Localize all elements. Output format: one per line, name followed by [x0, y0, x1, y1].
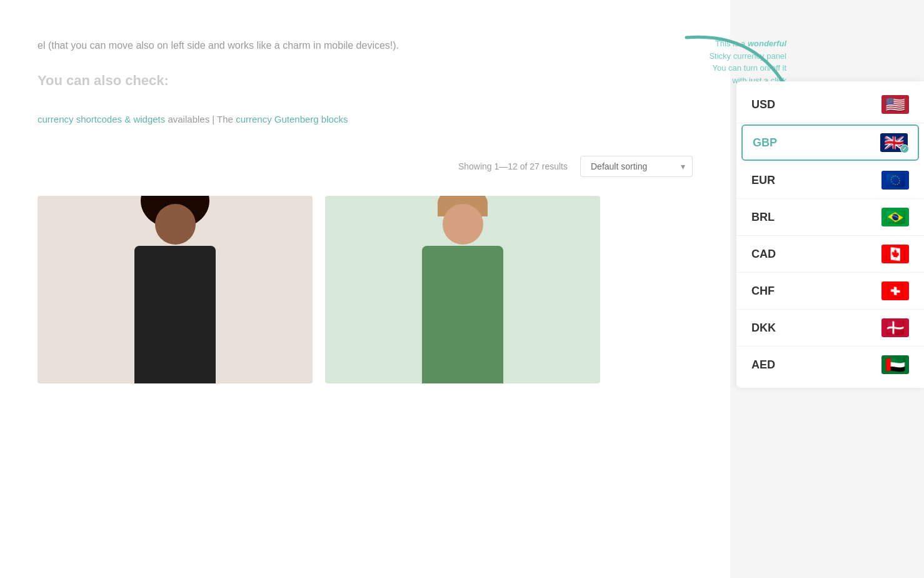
flag-wrapper-brl: [881, 208, 909, 226]
currency-item-aed[interactable]: AED: [736, 347, 924, 383]
flag-wrapper-eur: [881, 171, 909, 190]
currency-code-gbp: GBP: [753, 136, 790, 150]
flag-aed: [881, 355, 909, 374]
currency-item-gbp[interactable]: GBP ✓: [741, 124, 919, 161]
main-content: el (that you can move also on left side …: [0, 0, 730, 578]
sort-dropdown[interactable]: Default sorting: [580, 156, 693, 177]
gutenberg-link[interactable]: currency Gutenberg blocks: [236, 114, 348, 124]
currency-code-usd: USD: [751, 98, 789, 111]
currency-code-aed: AED: [751, 358, 789, 372]
body: [134, 246, 216, 383]
currency-item-usd[interactable]: USD: [736, 86, 924, 123]
flag-wrapper-aed: [881, 355, 909, 374]
results-bar: Showing 1—12 of 27 results Default sorti…: [38, 156, 693, 177]
head: [443, 204, 483, 245]
currency-item-chf[interactable]: CHF: [736, 273, 924, 310]
flag-wrapper-usd: [881, 95, 909, 114]
currency-item-brl[interactable]: BRL: [736, 199, 924, 236]
flag-wrapper-cad: [881, 245, 909, 263]
links-separator: availables | The: [168, 114, 236, 124]
currency-item-cad[interactable]: CAD: [736, 236, 924, 273]
flag-cad: [881, 245, 909, 263]
sort-wrapper: Default sorting: [580, 156, 693, 177]
intro-text: el (that you can move also on left side …: [38, 38, 693, 54]
product-card-2[interactable]: [325, 196, 600, 383]
currency-code-brl: BRL: [751, 211, 789, 224]
currency-sidebar: USD GBP ✓ EUR BRL CAD CHF: [736, 81, 924, 388]
results-count: Showing 1—12 of 27 results: [458, 161, 568, 171]
currency-code-eur: EUR: [751, 174, 789, 187]
links-line: currency shortcodes & widgets availables…: [38, 114, 693, 124]
flag-brl: [881, 208, 909, 226]
flag-wrapper-chf: [881, 281, 909, 300]
person-shape-1: [134, 204, 216, 383]
check-badge-gbp: ✓: [900, 144, 909, 153]
products-grid: [38, 196, 693, 383]
currency-code-dkk: DKK: [751, 322, 789, 335]
section-heading: You can also check:: [38, 73, 693, 89]
currency-code-chf: CHF: [751, 285, 789, 298]
product-card-1[interactable]: [38, 196, 313, 383]
flag-wrapper-gbp: ✓: [880, 133, 908, 152]
body: [422, 246, 503, 383]
currency-item-dkk[interactable]: DKK: [736, 310, 924, 347]
person-shape-2: [422, 204, 503, 383]
currency-code-cad: CAD: [751, 248, 789, 261]
head: [155, 204, 196, 245]
flag-dkk: [881, 318, 909, 337]
flag-wrapper-dkk: [881, 318, 909, 337]
currency-item-eur[interactable]: EUR: [736, 162, 924, 199]
flag-usd: [881, 95, 909, 114]
shortcodes-link[interactable]: currency shortcodes & widgets: [38, 114, 165, 124]
flag-chf: [881, 281, 909, 300]
flag-eur: [881, 171, 909, 190]
